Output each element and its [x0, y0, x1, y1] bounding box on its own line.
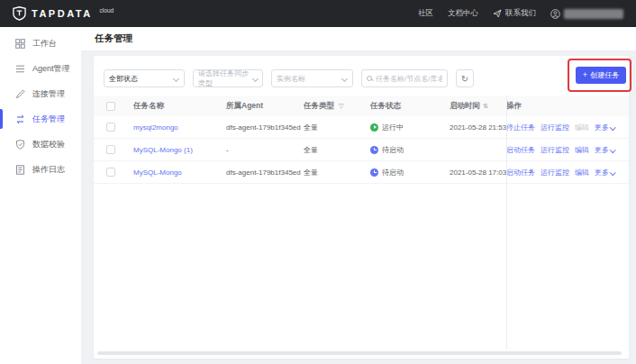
row-checkbox[interactable]: [106, 145, 115, 154]
row-checkbox[interactable]: [106, 168, 115, 177]
refresh-button[interactable]: ↻: [456, 69, 474, 87]
search-icon: [367, 76, 373, 82]
data-validation-icon: [15, 140, 25, 150]
task-name-link[interactable]: MySQL-Mongo (1): [133, 146, 193, 154]
user-account[interactable]: [550, 9, 623, 19]
sidebar-label: 操作日志: [32, 164, 65, 176]
time-header-label: 启动时间: [450, 101, 480, 112]
contact-us-link[interactable]: 联系我们: [493, 8, 536, 19]
edit-action: 编辑: [575, 123, 589, 132]
topbar-links: 社区 文档中心 联系我们: [418, 8, 623, 19]
sidebar-label: 连接管理: [32, 88, 65, 100]
doc-center-label: 文档中心: [448, 8, 478, 19]
chevron-down-icon: [342, 76, 348, 81]
edit-action[interactable]: 编辑: [575, 168, 589, 177]
monitor-action[interactable]: 运行监控: [541, 168, 569, 177]
action-label: 更多: [595, 145, 609, 155]
more-action[interactable]: 更多: [595, 145, 615, 155]
edit-action[interactable]: 编辑: [575, 145, 589, 155]
sidebar-item-tasks[interactable]: 任务管理: [0, 106, 81, 132]
sidebar-item-data-validation[interactable]: 数据校验: [0, 132, 81, 157]
brand-cloud-suffix: cloud: [100, 6, 114, 15]
content-area: 全部状态 请选择任务同步类型 实例名称 ↻: [81, 50, 636, 364]
sidebar-item-agent[interactable]: Agent管理: [0, 56, 81, 81]
stop-task-action[interactable]: 停止任务: [506, 123, 535, 132]
agent-cell: -: [226, 146, 304, 154]
operation-log-icon: [15, 165, 25, 175]
column-header-status: 任务状态: [370, 101, 450, 112]
sync-type-placeholder: 请选择任务同步类型: [198, 68, 253, 88]
select-all-checkbox[interactable]: [106, 102, 115, 111]
chevron-down-icon: [253, 76, 258, 81]
table-row: MySQL-Mongo dfs-agent-179b1f345ed 全量 待启动…: [94, 161, 629, 184]
task-icon: [15, 114, 25, 124]
brand-name: TAPDATA: [32, 6, 93, 21]
workbench-icon: [15, 39, 25, 49]
column-header-type: 任务类型 ▽: [304, 101, 370, 112]
action-label: 启动任务: [506, 145, 535, 155]
plus-icon: +: [583, 71, 587, 79]
horizontal-scrollbar[interactable]: [97, 351, 622, 355]
community-link[interactable]: 社区: [418, 8, 433, 19]
create-task-button[interactable]: + 创建任务: [576, 67, 626, 84]
sidebar-label: 工作台: [32, 38, 57, 50]
table-row: mysql2mongo dfs-agent-179b1f345ed 全量 运行中…: [94, 116, 629, 139]
actions-cell: 启动任务 运行监控 编辑 更多: [506, 145, 616, 155]
tapdata-shield-icon: [13, 6, 26, 21]
instance-select[interactable]: 实例名称: [271, 69, 353, 87]
agent-icon: [15, 64, 25, 74]
start-time-cell: 2021-05-28 21:53:3: [450, 123, 506, 132]
search-box[interactable]: [361, 69, 448, 87]
sidebar-item-operation-log[interactable]: 操作日志: [0, 157, 81, 182]
column-header-agent: 所属Agent: [226, 101, 304, 112]
status-cell: 运行中: [370, 123, 450, 132]
sidebar-label: 数据校验: [32, 139, 65, 150]
brand-logo[interactable]: TAPDATA cloud: [13, 6, 114, 21]
sidebar-item-connections[interactable]: 连接管理: [0, 81, 81, 106]
sync-type-select[interactable]: 请选择任务同步类型: [193, 69, 263, 87]
action-label: 更多: [595, 123, 609, 132]
page-title: 任务管理: [95, 32, 132, 45]
action-label: 运行监控: [541, 123, 569, 132]
connection-icon: [15, 89, 25, 99]
action-label: 启动任务: [506, 168, 535, 177]
sidebar-label: 任务管理: [32, 114, 65, 125]
sidebar-navigation: 工作台 Agent管理 连接管理 任务管理 数据校验: [0, 27, 81, 364]
column-header-ops: 操作: [506, 101, 616, 112]
chevron-down-icon: [174, 76, 179, 81]
action-label: 停止任务: [506, 123, 535, 132]
start-task-action[interactable]: 启动任务: [506, 168, 535, 177]
masked-username: [564, 9, 623, 19]
type-cell: 全量: [304, 168, 370, 177]
search-input[interactable]: [376, 75, 442, 83]
status-cell: 待启动: [370, 168, 450, 177]
more-action[interactable]: 更多: [595, 168, 615, 177]
status-waiting-icon: [370, 146, 378, 154]
sidebar-item-workbench[interactable]: 工作台: [0, 31, 81, 56]
task-name-link[interactable]: MySQL-Mongo: [133, 168, 182, 177]
start-task-action[interactable]: 启动任务: [506, 145, 535, 155]
actions-cell: 停止任务 运行监控 编辑 更多: [506, 123, 616, 132]
sort-icon[interactable]: ⇅: [483, 103, 487, 110]
task-name-link[interactable]: mysql2mongo: [133, 123, 178, 132]
status-filter-select[interactable]: 全部状态: [104, 69, 185, 87]
action-label: 更多: [595, 168, 609, 177]
doc-center-link[interactable]: 文档中心: [448, 8, 478, 19]
table-header-row: 任务名称 所属Agent 任务类型 ▽ 任务状态 启动时间 ⇅ 操作: [94, 96, 629, 116]
monitor-action[interactable]: 运行监控: [541, 123, 569, 132]
type-header-label: 任务类型: [304, 101, 334, 112]
chevron-down-icon: [611, 125, 615, 130]
action-label: 运行监控: [541, 168, 569, 177]
agent-cell: dfs-agent-179b1f345ed: [226, 123, 304, 132]
chevron-down-icon: [611, 170, 615, 175]
actions-cell: 启动任务 运行监控 编辑 更多: [506, 168, 616, 177]
app-window: TAPDATA cloud 社区 文档中心 联系我们: [0, 0, 636, 364]
create-task-label: 创建任务: [590, 70, 619, 80]
action-label: 编辑: [575, 168, 589, 177]
more-action[interactable]: 更多: [595, 123, 615, 132]
filter-funnel-icon[interactable]: ▽: [339, 103, 343, 110]
user-avatar-icon: [550, 9, 560, 19]
monitor-action[interactable]: 运行监控: [541, 145, 569, 155]
paper-plane-icon: [493, 9, 502, 18]
row-checkbox[interactable]: [106, 123, 115, 132]
